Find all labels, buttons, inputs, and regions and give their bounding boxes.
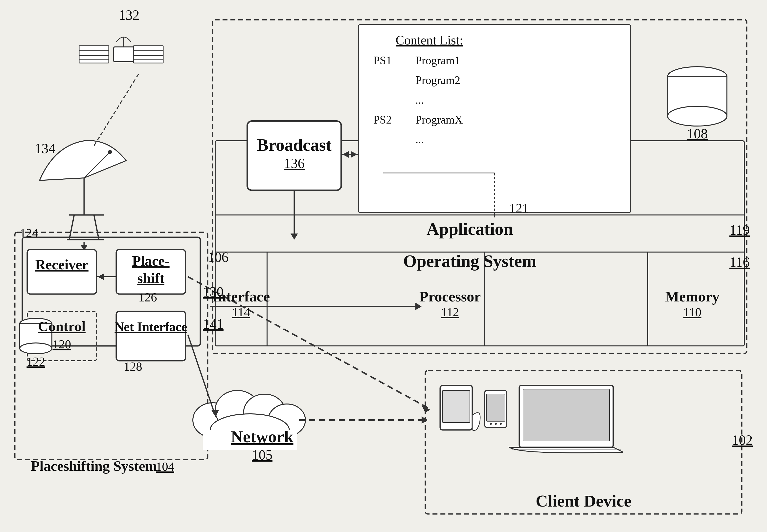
svg-point-56 xyxy=(495,423,497,425)
interface-id: 114 xyxy=(232,305,250,319)
placeshift-id: 126 xyxy=(138,290,157,304)
content-dots1: ... xyxy=(416,94,424,106)
content-ps2: PS2 xyxy=(373,113,392,126)
os-id: 116 xyxy=(729,255,750,270)
control-label: Control xyxy=(38,318,86,334)
placeshifting-system-id: 104 xyxy=(156,460,174,473)
application-label: Application xyxy=(427,219,513,238)
arrow-130-label: 130 xyxy=(203,284,223,299)
content-programx: ProgramX xyxy=(416,113,463,126)
svg-rect-34 xyxy=(114,47,133,62)
application-id: 119 xyxy=(729,222,750,238)
placeshift-label: Place- xyxy=(132,253,169,269)
processor-label: Processor xyxy=(420,288,481,305)
svg-rect-8 xyxy=(358,25,631,213)
content-121-label: 121 xyxy=(509,201,529,215)
memory-id: 110 xyxy=(683,305,701,319)
placeshifting-system-label: Placeshifting System xyxy=(31,458,157,474)
os-label: Operating System xyxy=(403,252,537,271)
storage-108-id: 108 xyxy=(687,126,708,141)
network-id: 105 xyxy=(252,447,272,463)
svg-rect-39 xyxy=(133,46,163,63)
arrow-106-label: 106 xyxy=(208,250,228,265)
svg-point-12 xyxy=(668,106,727,126)
net-interface-label: Net Interface xyxy=(114,320,187,334)
net-interface-id: 128 xyxy=(124,360,142,373)
svg-point-23 xyxy=(20,343,52,354)
content-program1: Program1 xyxy=(416,54,460,67)
network-label: Network xyxy=(231,427,293,446)
broadcast-label: Broadcast xyxy=(257,135,331,154)
svg-rect-52 xyxy=(443,390,470,423)
content-list-title: Content List: xyxy=(396,33,463,47)
content-program2: Program2 xyxy=(416,74,460,86)
processor-id: 112 xyxy=(441,305,459,319)
arrow-141-label: 141 xyxy=(203,316,223,332)
memory-label: Memory xyxy=(665,288,720,305)
dish-id-label: 134 xyxy=(35,141,55,156)
receiver-label: Receiver xyxy=(35,256,88,273)
svg-point-57 xyxy=(500,423,502,425)
svg-rect-59 xyxy=(523,389,610,441)
svg-rect-54 xyxy=(487,394,505,421)
control-id: 120 xyxy=(53,337,71,351)
receiver-id: 124 xyxy=(20,226,38,240)
storage-122-id: 122 xyxy=(27,355,45,368)
svg-rect-35 xyxy=(79,46,109,63)
content-ps1: PS1 xyxy=(373,54,392,67)
client-device-id: 102 xyxy=(732,432,753,448)
client-device-label: Client Device xyxy=(536,491,631,510)
svg-point-50 xyxy=(108,150,112,154)
placeshift-label2: shift xyxy=(137,270,164,286)
broadcast-id: 136 xyxy=(284,156,304,171)
svg-rect-20 xyxy=(116,311,185,361)
content-dots2: ... xyxy=(416,133,424,146)
diagram-container: 132 134 Broadcast 136 Content List: PS1 … xyxy=(0,0,767,532)
satellite-id-label: 132 xyxy=(119,7,139,23)
svg-point-55 xyxy=(490,423,492,425)
